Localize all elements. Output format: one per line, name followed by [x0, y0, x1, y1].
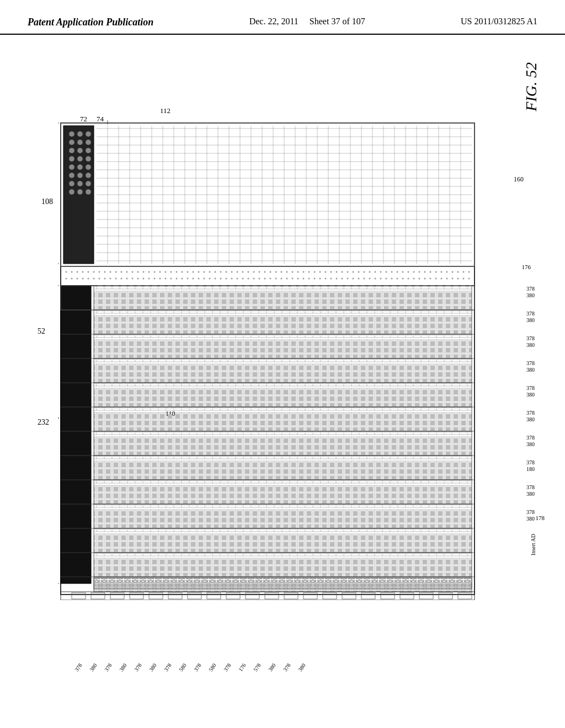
svg-point-7 — [77, 140, 83, 145]
svg-point-104 — [209, 271, 211, 273]
svg-point-123 — [314, 271, 316, 273]
svg-rect-2 — [63, 126, 94, 264]
svg-point-132 — [364, 271, 365, 273]
publication-date: Dec. 22, 2011 — [249, 17, 299, 26]
svg-point-131 — [358, 271, 360, 273]
svg-rect-276 — [226, 593, 240, 599]
svg-point-114 — [264, 271, 266, 273]
ref-378-380-1: 378380 — [526, 286, 535, 299]
svg-rect-277 — [246, 593, 259, 599]
svg-point-207 — [369, 278, 371, 280]
svg-point-163 — [126, 278, 128, 280]
svg-rect-270 — [110, 593, 124, 599]
svg-point-194 — [297, 278, 299, 280]
svg-point-158 — [99, 278, 100, 280]
svg-point-19 — [77, 173, 83, 178]
svg-rect-274 — [188, 593, 201, 599]
bottom-label-4: 380 — [118, 662, 128, 673]
ref-378-380-2: 378380 — [526, 311, 535, 324]
bottom-label-11: 378 — [222, 662, 232, 673]
svg-point-147 — [446, 271, 448, 273]
svg-point-199 — [325, 278, 327, 280]
svg-rect-273 — [168, 593, 182, 599]
bottom-label-6: 380 — [148, 662, 158, 673]
svg-point-22 — [77, 181, 83, 186]
svg-point-90 — [132, 271, 134, 273]
svg-point-26 — [86, 189, 91, 195]
svg-point-110 — [242, 271, 244, 273]
svg-point-154 — [77, 278, 78, 280]
svg-point-156 — [88, 278, 89, 280]
svg-rect-282 — [342, 593, 356, 599]
svg-point-182 — [231, 278, 233, 280]
svg-point-184 — [242, 278, 244, 280]
svg-point-83 — [93, 271, 95, 273]
svg-rect-275 — [207, 593, 221, 599]
bottom-label-2: 380 — [88, 662, 98, 673]
svg-point-13 — [77, 156, 83, 162]
svg-point-3 — [69, 131, 74, 137]
svg-rect-243 — [94, 334, 472, 358]
svg-point-140 — [408, 271, 409, 273]
svg-point-151 — [468, 271, 470, 273]
svg-point-134 — [375, 271, 376, 273]
svg-point-202 — [342, 278, 343, 280]
svg-point-149 — [457, 271, 459, 273]
svg-point-12 — [69, 156, 74, 162]
svg-point-224 — [463, 278, 465, 280]
svg-rect-272 — [149, 593, 163, 599]
svg-point-21 — [69, 181, 74, 186]
svg-point-152 — [66, 278, 67, 280]
svg-point-128 — [342, 271, 343, 273]
svg-point-141 — [413, 271, 415, 273]
svg-point-153 — [71, 278, 73, 280]
ref-378-380-9: 378380 — [526, 509, 535, 522]
svg-point-155 — [82, 278, 84, 280]
svg-point-106 — [220, 271, 222, 273]
svg-point-84 — [99, 271, 100, 273]
ref-378-380-8: 378380 — [526, 484, 535, 497]
svg-point-20 — [86, 173, 91, 178]
main-content: FIG. 52 72 74 112 108 52 232 110 160 176… — [0, 35, 565, 719]
svg-point-4 — [77, 131, 83, 137]
svg-point-14 — [86, 156, 91, 162]
svg-point-108 — [231, 271, 233, 273]
svg-point-10 — [77, 148, 83, 153]
svg-point-124 — [319, 271, 321, 273]
svg-point-211 — [391, 278, 393, 280]
svg-rect-251 — [94, 528, 472, 553]
svg-rect-285 — [400, 593, 414, 599]
svg-point-201 — [336, 278, 338, 280]
ref-108: 108 — [41, 197, 53, 206]
svg-point-197 — [314, 278, 316, 280]
svg-point-180 — [220, 278, 222, 280]
svg-point-8 — [86, 140, 91, 145]
page-header: Patent Application Publication Dec. 22, … — [0, 0, 565, 35]
ref-112: 112 — [160, 106, 170, 115]
svg-point-93 — [148, 271, 150, 273]
svg-point-146 — [441, 271, 443, 273]
bottom-label-8: 580 — [178, 662, 188, 673]
svg-point-6 — [69, 140, 74, 145]
bottom-label-14: 380 — [267, 662, 277, 673]
bottom-label-10: 580 — [207, 662, 217, 673]
svg-point-175 — [193, 278, 194, 280]
svg-point-166 — [143, 278, 145, 280]
svg-point-223 — [457, 278, 459, 280]
ref-378-380-3: 378380 — [526, 335, 535, 349]
svg-rect-241 — [94, 286, 472, 310]
svg-rect-242 — [94, 310, 472, 334]
svg-point-82 — [88, 271, 89, 273]
svg-rect-280 — [303, 593, 317, 599]
svg-point-187 — [259, 278, 260, 280]
bottom-label-9: 378 — [193, 662, 202, 673]
svg-point-145 — [435, 271, 437, 273]
svg-rect-278 — [265, 593, 279, 599]
svg-point-183 — [237, 278, 238, 280]
svg-point-167 — [148, 278, 150, 280]
publication-title: Patent Application Publication — [28, 17, 153, 28]
svg-point-178 — [209, 278, 211, 280]
ref-378-380-5: 378380 — [526, 385, 535, 398]
ref-176-right: 176 — [522, 264, 531, 270]
svg-point-203 — [347, 278, 349, 280]
